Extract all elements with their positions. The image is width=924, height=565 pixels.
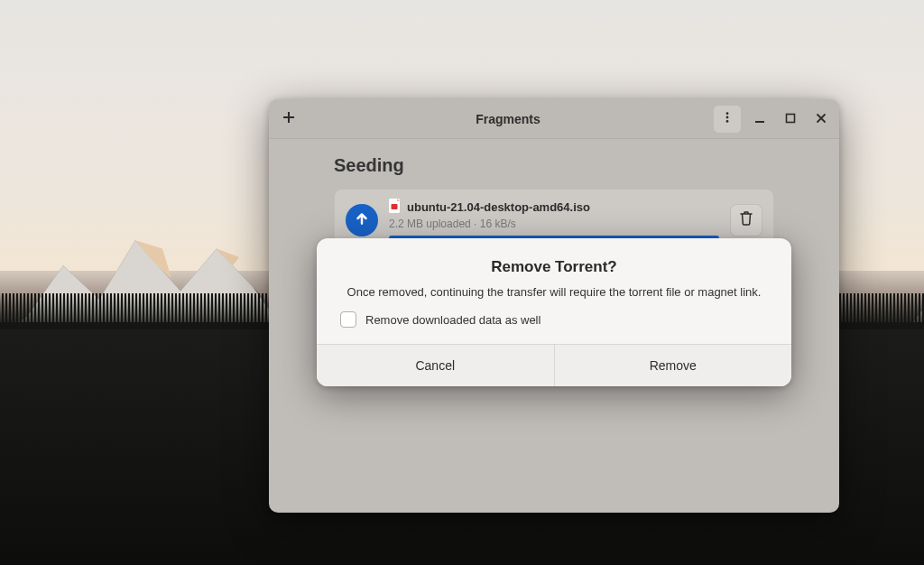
remove-dialog: Remove Torrent? Once removed, continuing… (317, 238, 791, 386)
dialog-actions: Cancel Remove (317, 344, 791, 386)
dialog-message: Once removed, continuing the transfer wi… (340, 285, 768, 299)
cancel-button[interactable]: Cancel (317, 345, 555, 386)
desktop-wallpaper: Fragments (0, 0, 924, 565)
remove-data-checkbox-label: Remove downloaded data as well (365, 313, 541, 327)
remove-data-checkbox[interactable] (340, 311, 356, 328)
remove-button[interactable]: Remove (555, 345, 792, 386)
remove-data-checkbox-row[interactable]: Remove downloaded data as well (340, 311, 768, 328)
dialog-title: Remove Torrent? (340, 258, 768, 276)
